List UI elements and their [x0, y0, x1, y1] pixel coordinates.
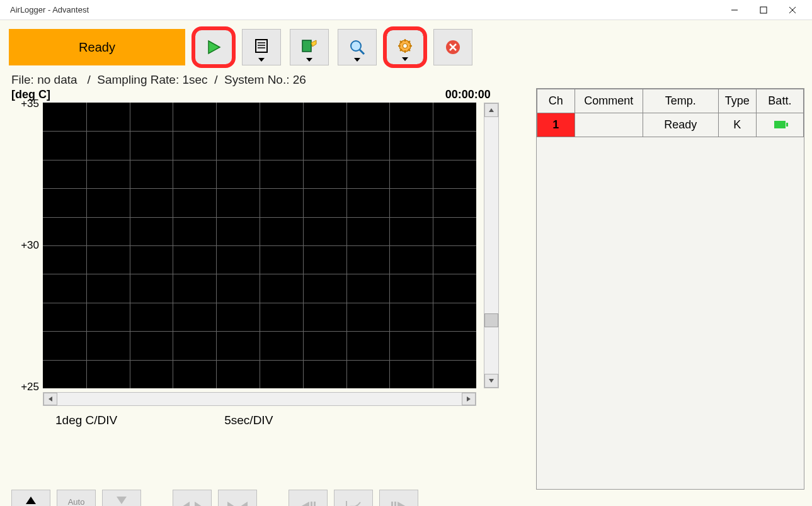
compress-horizontal-icon: [226, 499, 249, 506]
autoscale-button[interactable]: Auto Scale: [57, 490, 96, 506]
fit-button[interactable]: [334, 490, 373, 506]
scroll-left-button[interactable]: [43, 393, 57, 405]
settings-button[interactable]: [386, 29, 425, 65]
svg-marker-15: [354, 58, 360, 62]
svg-rect-10: [302, 40, 311, 52]
zoom-button[interactable]: [338, 29, 377, 65]
start-button[interactable]: [194, 29, 233, 65]
expand-horizontal-icon: [181, 499, 203, 506]
maximize-button[interactable]: [749, 0, 778, 20]
svg-rect-5: [256, 40, 267, 52]
svg-marker-9: [258, 58, 265, 62]
report-button[interactable]: [242, 29, 281, 65]
chart-controls: Auto Scale: [0, 490, 812, 506]
col-type: Type: [718, 89, 756, 113]
cell-comment: [575, 113, 643, 137]
channel-table: Ch Comment Temp. Type Batt. 1 Ready K: [537, 89, 804, 137]
col-batt: Batt.: [756, 89, 803, 113]
close-button[interactable]: [778, 0, 807, 20]
chevron-down-icon: [258, 57, 265, 62]
jump-start-icon: [297, 499, 319, 506]
chevron-down-icon: [306, 57, 313, 62]
elapsed-time: 00:00:00: [445, 88, 491, 101]
svg-marker-32: [49, 396, 52, 402]
cell-type: K: [718, 113, 756, 137]
jump-end-button[interactable]: [379, 490, 418, 506]
channel-panel: Ch Comment Temp. Type Batt. 1 Ready K: [536, 88, 804, 490]
scroll-right-button[interactable]: [462, 393, 476, 405]
cell-batt: [756, 113, 803, 137]
svg-marker-36: [117, 497, 127, 504]
file-value: no data: [37, 73, 77, 86]
svg-rect-47: [391, 502, 393, 506]
svg-marker-30: [489, 108, 494, 112]
svg-marker-33: [467, 396, 471, 402]
col-ch: Ch: [537, 89, 575, 113]
status-indicator: Ready: [9, 29, 185, 65]
scroll-up-button[interactable]: [484, 103, 498, 117]
svg-marker-31: [489, 379, 494, 383]
svg-rect-48: [394, 502, 396, 506]
compress-vertical-icon: [114, 495, 129, 506]
edit-icon: [300, 38, 319, 57]
y-tick: +30: [21, 239, 39, 252]
col-comment: Comment: [575, 89, 643, 113]
info-bar: File: no data / Sampling Rate: 1sec / Sy…: [0, 70, 812, 88]
cell-ch: 1: [537, 113, 575, 137]
horizontal-scrollbar[interactable]: [43, 392, 476, 406]
svg-rect-43: [311, 502, 312, 506]
chevron-down-icon: [401, 57, 409, 62]
battery-icon: [774, 121, 786, 128]
y-axis: +35 +30 +25: [11, 103, 43, 388]
y-compress-button[interactable]: [102, 490, 141, 506]
svg-line-14: [360, 50, 364, 54]
chevron-down-icon: [353, 57, 361, 62]
svg-marker-34: [26, 497, 36, 504]
svg-marker-4: [209, 41, 220, 53]
scroll-thumb[interactable]: [484, 313, 498, 327]
svg-marker-40: [227, 502, 235, 506]
y-scale-updown-button[interactable]: [11, 490, 50, 506]
scroll-down-button[interactable]: [484, 374, 498, 388]
svg-marker-12: [306, 58, 312, 62]
magnifier-icon: [348, 38, 367, 57]
window-controls: [720, 0, 807, 20]
chart-area: [deg C] 00:00:00 +35 +30 +25: [11, 88, 525, 490]
toolbar: Ready: [0, 20, 812, 70]
table-header-row: Ch Comment Temp. Type Batt.: [537, 89, 803, 113]
updown-arrows-icon: [23, 495, 38, 506]
svg-marker-41: [240, 502, 248, 506]
system-value: 26: [293, 73, 306, 86]
svg-marker-39: [195, 502, 202, 506]
plot-canvas[interactable]: [43, 103, 476, 388]
jump-start-button[interactable]: [289, 490, 328, 506]
sampling-value: 1sec: [182, 73, 207, 86]
vertical-scrollbar[interactable]: [484, 103, 499, 388]
stop-button[interactable]: [433, 29, 472, 65]
x-div-label: 5sec/DIV: [224, 413, 273, 427]
autoscale-label: Auto Scale: [66, 497, 87, 506]
edit-button[interactable]: [290, 29, 329, 65]
jump-end-icon: [387, 499, 410, 506]
svg-point-17: [403, 44, 408, 48]
file-label: File:: [11, 73, 34, 86]
svg-marker-11: [311, 40, 316, 47]
svg-point-13: [351, 41, 361, 51]
col-temp: Temp.: [643, 89, 718, 113]
gear-icon: [396, 38, 415, 57]
svg-rect-44: [314, 502, 316, 506]
x-compress-button[interactable]: [218, 490, 257, 506]
x-expand-button[interactable]: [173, 490, 212, 506]
svg-marker-49: [397, 502, 406, 506]
y-tick: +25: [21, 381, 39, 393]
svg-rect-1: [760, 7, 767, 13]
cell-temp: Ready: [643, 113, 718, 137]
y-tick: +35: [21, 98, 39, 110]
axis-fit-icon: [344, 498, 363, 506]
play-icon: [205, 38, 222, 56]
svg-marker-26: [402, 57, 408, 61]
window-title: AirLogger - Advantest: [5, 5, 89, 14]
minimize-button[interactable]: [720, 0, 749, 20]
table-row[interactable]: 1 Ready K: [537, 113, 803, 137]
svg-marker-42: [300, 502, 309, 506]
